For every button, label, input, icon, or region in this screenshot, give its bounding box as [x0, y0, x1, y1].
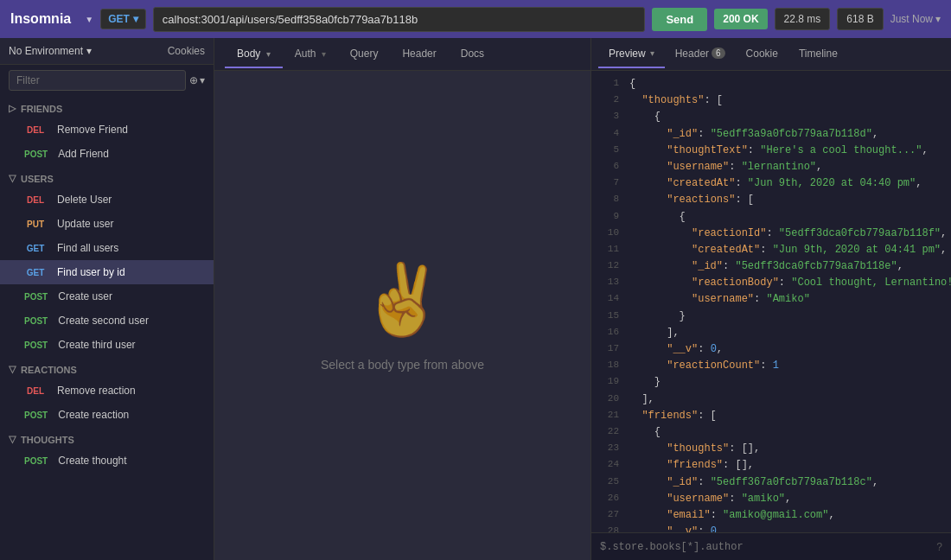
filter-actions[interactable]: ⊕ ▾ [189, 74, 205, 86]
json-line: 11 "createdAt": "Jun 9th, 2020 at 04:41 … [591, 242, 951, 258]
item-label: Delete User [57, 194, 112, 206]
list-item[interactable]: POST Create user [0, 284, 214, 309]
json-line: 5 "thoughtText": "Here's a cool thought.… [591, 143, 951, 159]
tab-auth[interactable]: Auth ▾ [283, 41, 338, 68]
list-item[interactable]: DEL Remove Friend [0, 118, 214, 142]
method-selector[interactable]: GET ▾ [100, 9, 146, 29]
filter-input[interactable] [9, 70, 186, 91]
auth-tab-arrow[interactable]: ▾ [322, 49, 326, 59]
method-badge-post: POST [21, 410, 51, 421]
tab-response-header[interactable]: Header 6 [665, 41, 736, 68]
json-line: 21 "friends": [ [591, 408, 951, 424]
json-line: 4 "_id": "5edff3a9a0fcb779aa7b118d", [591, 126, 951, 143]
section-label: THOUGHTS [21, 435, 74, 445]
json-line: 1{ [591, 76, 951, 92]
method-badge-del: DEL [21, 194, 50, 206]
section-users[interactable]: ▽ USERS [0, 166, 214, 188]
list-item[interactable]: GET Find all users [0, 236, 214, 260]
list-item[interactable]: POST Create reaction [0, 403, 214, 427]
list-item[interactable]: DEL Remove reaction [0, 379, 214, 403]
cookies-button[interactable]: Cookies [168, 45, 205, 57]
tab-docs[interactable]: Docs [449, 41, 496, 68]
section-label: REACTIONS [21, 365, 77, 375]
item-label: Update user [57, 218, 113, 230]
json-line: 18 "reactionCount": 1 [591, 358, 951, 374]
folder-icon: ▽ [9, 364, 16, 375]
json-line: 14 "username": "Amiko" [591, 291, 951, 308]
json-line: 24 "friends": [], [591, 457, 951, 474]
send-button[interactable]: Send [652, 8, 707, 31]
method-badge-get: GET [21, 267, 50, 278]
tab-header[interactable]: Header [390, 41, 448, 68]
tab-timeline[interactable]: Timeline [788, 41, 848, 68]
json-line: 19 } [591, 374, 951, 391]
json-line: 25 "_id": "5edff367a0fcb779aa7b118c", [591, 474, 951, 491]
item-label: Find user by id [57, 266, 125, 278]
list-item[interactable]: POST Create second user [0, 309, 214, 333]
body-content: ✌ Select a body type from above [214, 71, 590, 560]
json-line: 9 { [591, 209, 951, 226]
env-label: No Environment [9, 45, 83, 57]
method-arrow-icon: ▾ [133, 13, 138, 25]
sidebar: No Environment ▾ Cookies ⊕ ▾ ▷ FRIENDS D… [0, 38, 214, 560]
method-badge-del: DEL [21, 385, 50, 397]
app-title: Insomnia [10, 11, 71, 27]
list-item-active[interactable]: GET Find user by id [0, 260, 214, 284]
help-icon[interactable]: ? [936, 541, 942, 553]
response-tab-bar: Preview ▾ Header 6 Cookie Timeline [591, 38, 951, 71]
json-line: 28 "__v": 0, [591, 524, 951, 532]
method-badge-get: GET [21, 243, 50, 254]
item-label: Add Friend [58, 148, 109, 160]
section-thoughts[interactable]: ▽ THOUGHTS [0, 427, 214, 449]
sidebar-header: No Environment ▾ Cookies [0, 38, 214, 65]
json-line: 10 "reactionId": "5edff3dca0fcb779aa7b11… [591, 226, 951, 242]
filter-arrow-icon[interactable]: ▾ [200, 74, 205, 86]
item-label: Create third user [58, 339, 135, 351]
json-line: 23 "thoughts": [], [591, 441, 951, 457]
query-input[interactable] [600, 541, 936, 553]
url-input[interactable] [153, 7, 646, 32]
tab-body[interactable]: Body ▾ [225, 41, 283, 68]
top-bar: Insomnia ▼ GET ▾ Send 200 OK 22.8 ms 618… [0, 0, 951, 38]
body-tab-arrow[interactable]: ▾ [266, 49, 271, 59]
tab-preview[interactable]: Preview ▾ [598, 41, 665, 68]
json-line: 7 "createdAt": "Jun 9th, 2020 at 04:40 p… [591, 175, 951, 192]
tab-query[interactable]: Query [338, 41, 391, 68]
app-dropdown-icon[interactable]: ▼ [85, 15, 93, 24]
env-selector[interactable]: No Environment ▾ [9, 45, 92, 57]
json-line: 3 { [591, 109, 951, 125]
method-badge-post: POST [21, 149, 51, 160]
peace-icon: ✌ [360, 259, 446, 340]
section-friends[interactable]: ▷ FRIENDS [0, 96, 214, 118]
section-label: FRIENDS [21, 104, 62, 114]
status-badge: 200 OK [714, 9, 767, 29]
json-line: 15 } [591, 309, 951, 325]
timestamp: Just Now ▾ [890, 13, 941, 25]
method-badge-post: POST [21, 455, 51, 467]
query-bar: ? [591, 532, 951, 560]
add-icon[interactable]: ⊕ [189, 74, 198, 86]
json-line: 12 "_id": "5edff3dca0fcb779aa7b118e", [591, 258, 951, 275]
list-item[interactable]: POST Create third user [0, 333, 214, 357]
section-label: USERS [21, 174, 54, 184]
request-tab-bar: Body ▾ Auth ▾ Query Header Docs [214, 38, 590, 71]
right-panel: Preview ▾ Header 6 Cookie Timeline 1{ 2 … [591, 38, 951, 560]
folder-icon: ▽ [9, 173, 16, 184]
tab-cookie[interactable]: Cookie [736, 41, 788, 68]
list-item[interactable]: POST Add Friend [0, 142, 214, 166]
timestamp-arrow-icon: ▾ [935, 13, 941, 25]
json-line: 8 "reactions": [ [591, 192, 951, 208]
json-line: 20 ], [591, 391, 951, 408]
item-label: Remove Friend [57, 124, 128, 136]
list-item[interactable]: DEL Delete User [0, 188, 214, 212]
method-label: GET [108, 13, 130, 25]
method-badge-post: POST [21, 340, 51, 351]
time-badge: 22.8 ms [775, 8, 831, 30]
list-item[interactable]: PUT Update user [0, 212, 214, 236]
preview-arrow-icon[interactable]: ▾ [650, 48, 654, 58]
json-line: 22 { [591, 424, 951, 441]
json-line: 13 "reactionBody": "Cool thought, Lernan… [591, 275, 951, 291]
list-item[interactable]: POST Create thought [0, 449, 214, 473]
section-reactions[interactable]: ▽ REACTIONS [0, 357, 214, 379]
method-badge-post: POST [21, 315, 51, 327]
